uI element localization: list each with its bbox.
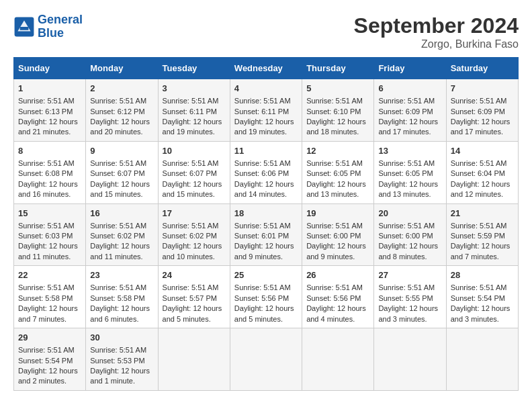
day-info-line: Sunrise: 5:51 AM: [163, 221, 226, 231]
day-info-line: Daylight: 12 hours: [451, 117, 514, 127]
day-info-line: Daylight: 12 hours: [234, 304, 298, 314]
calendar-week-row: 22Sunrise: 5:51 AMSunset: 5:58 PMDayligh…: [14, 266, 519, 328]
day-info-line: and 13 minutes.: [378, 189, 441, 199]
day-number: 18: [234, 208, 298, 220]
calendar-header-row: SundayMondayTuesdayWednesdayThursdayFrid…: [14, 58, 519, 79]
day-info-line: and 9 minutes.: [306, 252, 369, 262]
day-info-line: Sunrise: 5:51 AM: [90, 96, 153, 106]
day-info-line: and 11 minutes.: [18, 252, 81, 262]
day-info-line: Daylight: 12 hours: [451, 179, 514, 189]
title-block: September 2024 Zorgo, Burkina Faso: [354, 13, 519, 50]
day-info-line: Sunset: 6:09 PM: [451, 107, 514, 117]
day-info-line: and 7 minutes.: [451, 252, 514, 262]
calendar-cell: [374, 328, 446, 391]
day-number: 16: [90, 208, 153, 220]
calendar-cell: 14Sunrise: 5:51 AMSunset: 6:04 PMDayligh…: [446, 141, 518, 203]
day-info-line: Sunrise: 5:51 AM: [18, 96, 81, 106]
day-info-line: Sunset: 5:55 PM: [378, 293, 441, 304]
day-info-line: and 16 minutes.: [18, 189, 81, 199]
day-info-line: Sunrise: 5:51 AM: [378, 283, 441, 293]
day-number: 25: [234, 269, 298, 281]
calendar-cell: 29Sunrise: 5:51 AMSunset: 5:54 PMDayligh…: [14, 328, 86, 391]
calendar-cell: 24Sunrise: 5:51 AMSunset: 5:57 PMDayligh…: [158, 266, 230, 328]
day-info-line: Sunrise: 5:51 AM: [306, 158, 369, 169]
calendar-cell: 9Sunrise: 5:51 AMSunset: 6:07 PMDaylight…: [86, 141, 158, 203]
day-info-line: Sunset: 5:56 PM: [234, 293, 298, 304]
logo-text: General Blue: [38, 13, 83, 40]
day-info-line: and 5 minutes.: [234, 314, 298, 324]
day-info-line: and 1 minute.: [90, 376, 153, 386]
day-info-line: Sunrise: 5:51 AM: [163, 96, 226, 106]
day-number: 15: [18, 208, 81, 220]
calendar-cell: 30Sunrise: 5:51 AMSunset: 5:53 PMDayligh…: [86, 328, 158, 391]
calendar-week-row: 8Sunrise: 5:51 AMSunset: 6:08 PMDaylight…: [14, 141, 519, 203]
calendar-cell: 5Sunrise: 5:51 AMSunset: 6:10 PMDaylight…: [302, 79, 374, 142]
day-info-line: Daylight: 12 hours: [18, 179, 81, 189]
day-info-line: Sunrise: 5:51 AM: [378, 96, 441, 106]
day-info-line: Sunrise: 5:51 AM: [451, 283, 514, 293]
day-info-line: Daylight: 12 hours: [306, 304, 369, 314]
day-info-line: Sunrise: 5:51 AM: [18, 158, 81, 169]
day-number: 7: [451, 83, 514, 95]
day-info-line: Sunset: 6:00 PM: [378, 231, 441, 241]
day-info-line: Sunrise: 5:51 AM: [90, 158, 153, 169]
day-info-line: Sunset: 5:56 PM: [306, 293, 369, 304]
day-info-line: Daylight: 12 hours: [378, 241, 441, 251]
calendar-cell: 16Sunrise: 5:51 AMSunset: 6:02 PMDayligh…: [86, 203, 158, 266]
day-number: 24: [163, 269, 226, 281]
day-info-line: Sunrise: 5:51 AM: [306, 283, 369, 293]
day-info-line: Sunrise: 5:51 AM: [18, 221, 81, 231]
day-number: 22: [18, 269, 81, 281]
day-number: 2: [90, 83, 153, 95]
day-info-line: and 17 minutes.: [451, 127, 514, 137]
day-info-line: and 4 minutes.: [306, 314, 369, 324]
day-info-line: and 3 minutes.: [378, 314, 441, 324]
day-info-line: Daylight: 12 hours: [90, 366, 153, 376]
day-info-line: and 15 minutes.: [90, 189, 153, 199]
day-info-line: Sunset: 6:06 PM: [234, 169, 298, 179]
day-info-line: Daylight: 12 hours: [18, 241, 81, 251]
calendar-cell: 18Sunrise: 5:51 AMSunset: 6:01 PMDayligh…: [230, 203, 302, 266]
day-info-line: Sunrise: 5:51 AM: [90, 221, 153, 231]
day-info-line: and 12 minutes.: [451, 189, 514, 199]
day-number: 30: [90, 332, 153, 344]
day-info-line: Sunrise: 5:51 AM: [234, 158, 298, 169]
calendar-cell: 1Sunrise: 5:51 AMSunset: 6:13 PMDaylight…: [14, 79, 86, 142]
calendar-cell: 22Sunrise: 5:51 AMSunset: 5:58 PMDayligh…: [14, 266, 86, 328]
calendar-cell: 19Sunrise: 5:51 AMSunset: 6:00 PMDayligh…: [302, 203, 374, 266]
day-number: 8: [18, 145, 81, 157]
day-info-line: Sunset: 5:58 PM: [18, 293, 81, 304]
day-info-line: Daylight: 12 hours: [306, 179, 369, 189]
column-header-wednesday: Wednesday: [230, 58, 302, 79]
day-info-line: Daylight: 12 hours: [163, 117, 226, 127]
calendar-cell: 12Sunrise: 5:51 AMSunset: 6:05 PMDayligh…: [302, 141, 374, 203]
day-info-line: Sunrise: 5:51 AM: [163, 158, 226, 169]
day-info-line: Sunrise: 5:51 AM: [451, 221, 514, 231]
day-number: 6: [378, 83, 441, 95]
day-info-line: Sunset: 6:07 PM: [163, 169, 226, 179]
day-info-line: Sunrise: 5:51 AM: [234, 221, 298, 231]
day-number: 5: [306, 83, 369, 95]
day-info-line: Sunrise: 5:51 AM: [234, 283, 298, 293]
calendar-cell: 3Sunrise: 5:51 AMSunset: 6:11 PMDaylight…: [158, 79, 230, 142]
calendar-cell: [230, 328, 302, 391]
day-info-line: Daylight: 12 hours: [163, 304, 226, 314]
day-info-line: Sunset: 6:08 PM: [18, 169, 81, 179]
calendar-cell: [158, 328, 230, 391]
day-info-line: Daylight: 12 hours: [306, 241, 369, 251]
location: Zorgo, Burkina Faso: [354, 38, 519, 50]
day-info-line: Daylight: 12 hours: [451, 304, 514, 314]
day-info-line: Sunset: 6:00 PM: [306, 231, 369, 241]
calendar-cell: 28Sunrise: 5:51 AMSunset: 5:54 PMDayligh…: [446, 266, 518, 328]
day-info-line: Sunset: 6:05 PM: [378, 169, 441, 179]
day-number: 20: [378, 208, 441, 220]
day-info-line: Sunset: 6:03 PM: [18, 231, 81, 241]
day-info-line: Sunset: 5:54 PM: [451, 293, 514, 304]
day-info-line: Sunrise: 5:51 AM: [18, 283, 81, 293]
day-info-line: Daylight: 12 hours: [378, 304, 441, 314]
month-title: September 2024: [354, 13, 519, 38]
day-info-line: Daylight: 12 hours: [234, 179, 298, 189]
day-info-line: Sunset: 6:07 PM: [90, 169, 153, 179]
day-info-line: Daylight: 12 hours: [90, 304, 153, 314]
day-number: 27: [378, 269, 441, 281]
